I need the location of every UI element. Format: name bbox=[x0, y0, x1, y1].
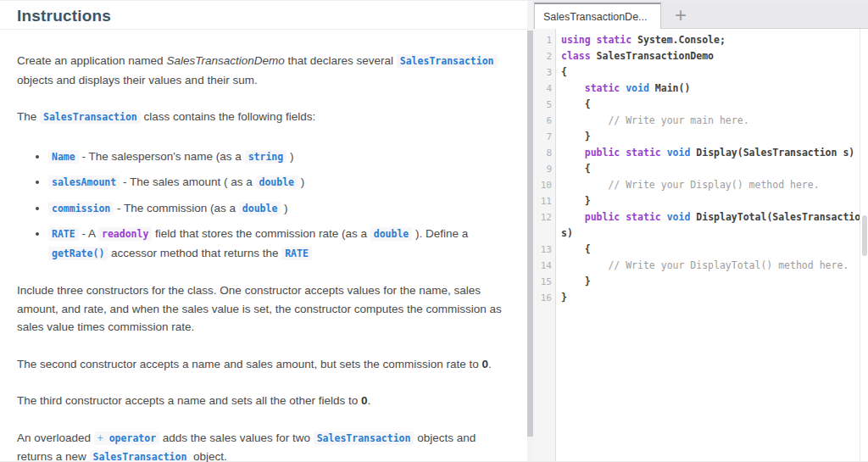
page-title: Instructions bbox=[17, 7, 111, 25]
code-text: { bbox=[561, 64, 868, 81]
code-token: static bbox=[626, 147, 661, 159]
instruction-paragraph: The second constructor accepts a name an… bbox=[17, 355, 505, 374]
text-segment: object. bbox=[190, 450, 227, 462]
text-segment: The third constructor accepts a name and… bbox=[17, 394, 361, 407]
code-token: class bbox=[561, 50, 591, 62]
code-line[interactable]: 16} bbox=[533, 290, 868, 306]
code-token: { bbox=[561, 66, 567, 78]
code-line[interactable]: 15 } bbox=[533, 274, 868, 290]
instructions-scrollbar[interactable] bbox=[527, 1, 533, 461]
code-text: } bbox=[561, 193, 868, 209]
inline-code: RATE bbox=[281, 247, 312, 260]
code-line[interactable]: 7 } bbox=[533, 129, 868, 145]
code-token: } bbox=[561, 195, 591, 207]
line-number: 3 bbox=[533, 64, 556, 81]
line-number: 15 bbox=[533, 274, 556, 290]
code-token: Display(SalesTransaction s) bbox=[690, 147, 854, 159]
inline-code: RATE bbox=[48, 227, 79, 241]
code-text: public static void Display(SalesTransact… bbox=[561, 145, 868, 161]
text-segment: that declares several bbox=[285, 54, 397, 67]
instruction-paragraph: The third constructor accepts a name and… bbox=[17, 392, 505, 410]
text-segment: . bbox=[367, 394, 370, 407]
code-token: void bbox=[626, 82, 649, 94]
inline-code: salesAmount bbox=[48, 175, 120, 189]
text-segment: adds the sales values for two bbox=[159, 431, 314, 444]
code-token bbox=[591, 34, 597, 46]
inline-code: double bbox=[239, 202, 281, 215]
code-line[interactable]: 14 // Write your DisplayTotal() method h… bbox=[533, 258, 868, 274]
code-line[interactable]: 3{ bbox=[533, 64, 868, 81]
line-number: 12 bbox=[533, 209, 556, 242]
line-number: 9 bbox=[533, 161, 556, 177]
code-token: void bbox=[667, 211, 691, 223]
code-token: { bbox=[561, 243, 591, 255]
line-number: 6 bbox=[533, 113, 556, 129]
code-line[interactable]: 5 { bbox=[533, 97, 868, 113]
instruction-paragraph: The SalesTransaction class contains the … bbox=[17, 108, 505, 127]
editor-scrollbar-thumb[interactable] bbox=[862, 215, 867, 256]
inline-code: double bbox=[256, 175, 298, 189]
tab-label: SalesTransactionDe... bbox=[543, 11, 648, 23]
code-token bbox=[561, 147, 585, 159]
code-text: static void Main() bbox=[561, 81, 868, 97]
code-token: static bbox=[597, 34, 632, 46]
text-segment: accessor method that returns the bbox=[108, 247, 281, 259]
code-token bbox=[661, 211, 667, 223]
instructions-body: Create an application named SalesTransac… bbox=[0, 30, 527, 462]
code-editor[interactable]: 1using static System.Console;2class Sale… bbox=[533, 29, 868, 461]
code-token: System.Console; bbox=[632, 34, 726, 46]
inline-code: getRate() bbox=[48, 247, 108, 260]
instructions-panel: Instructions Create an application named… bbox=[0, 1, 527, 461]
code-line[interactable]: 8 public static void Display(SalesTransa… bbox=[533, 145, 868, 161]
tab-salestransactiondemo[interactable]: SalesTransactionDe... bbox=[534, 3, 661, 29]
code-line[interactable]: 11 } bbox=[533, 193, 868, 209]
editor-scrollbar[interactable] bbox=[860, 29, 868, 461]
instruction-paragraph: Include three constructors for the class… bbox=[17, 281, 505, 337]
text-segment: - A bbox=[79, 227, 98, 240]
code-token bbox=[561, 211, 585, 223]
code-line[interactable]: 9 { bbox=[533, 161, 868, 177]
field-list-item: RATE - A readonly field that stores the … bbox=[48, 225, 505, 263]
code-token: using bbox=[561, 34, 591, 46]
code-token: Main() bbox=[649, 82, 690, 94]
code-line[interactable]: 4 static void Main() bbox=[533, 81, 868, 97]
new-tab-button[interactable]: + bbox=[670, 4, 692, 26]
code-token: SalesTransactionDemo bbox=[591, 50, 714, 62]
code-text: { bbox=[561, 97, 868, 113]
inline-code: Name bbox=[48, 150, 79, 164]
instructions-scrollbar-thumb[interactable] bbox=[527, 31, 533, 437]
inline-code: double bbox=[370, 227, 413, 241]
code-text: { bbox=[561, 242, 868, 258]
text-segment: - The salesperson's name (as a bbox=[79, 150, 245, 163]
code-text: { bbox=[561, 161, 868, 177]
inline-code: readonly bbox=[98, 227, 152, 241]
line-number: 13 bbox=[533, 242, 556, 258]
code-text: } bbox=[561, 129, 868, 145]
inline-code: SalesTransaction bbox=[90, 450, 191, 462]
fields-list: Name - The salesperson's name (as a stri… bbox=[17, 148, 505, 264]
inline-code: string bbox=[245, 150, 287, 164]
code-line[interactable]: 12 public static void DisplayTotal(Sales… bbox=[533, 209, 868, 242]
exercise-workspace: Instructions Create an application named… bbox=[0, 0, 868, 462]
code-token: } bbox=[561, 276, 591, 287]
line-number: 7 bbox=[533, 129, 556, 145]
editor-tab-bar: SalesTransactionDe... + bbox=[533, 1, 868, 29]
line-number: 11 bbox=[533, 193, 556, 209]
code-line[interactable]: 10 // Write your Display() method here. bbox=[533, 177, 868, 193]
code-line[interactable]: 6 // Write your main here. bbox=[533, 113, 868, 129]
code-token: void bbox=[667, 147, 691, 159]
text-segment: - The sales amount ( as a bbox=[120, 175, 255, 188]
line-number: 14 bbox=[533, 258, 556, 274]
code-line[interactable]: 13 { bbox=[533, 242, 868, 258]
editor-panel: SalesTransactionDe... + 1using static Sy… bbox=[533, 1, 868, 461]
code-text: } bbox=[561, 274, 868, 290]
line-number: 8 bbox=[533, 145, 556, 161]
line-number: 10 bbox=[533, 177, 556, 193]
text-segment: class contains the following fields: bbox=[141, 110, 315, 123]
text-segment: SalesTransactionDemo bbox=[166, 54, 284, 67]
inline-code-token: operator bbox=[103, 432, 156, 444]
text-segment: An overloaded bbox=[17, 431, 94, 444]
code-text: // Write your DisplayTotal() method here… bbox=[561, 258, 868, 274]
code-line[interactable]: 2class SalesTransactionDemo bbox=[533, 48, 868, 64]
code-line[interactable]: 1using static System.Console; bbox=[533, 32, 868, 48]
